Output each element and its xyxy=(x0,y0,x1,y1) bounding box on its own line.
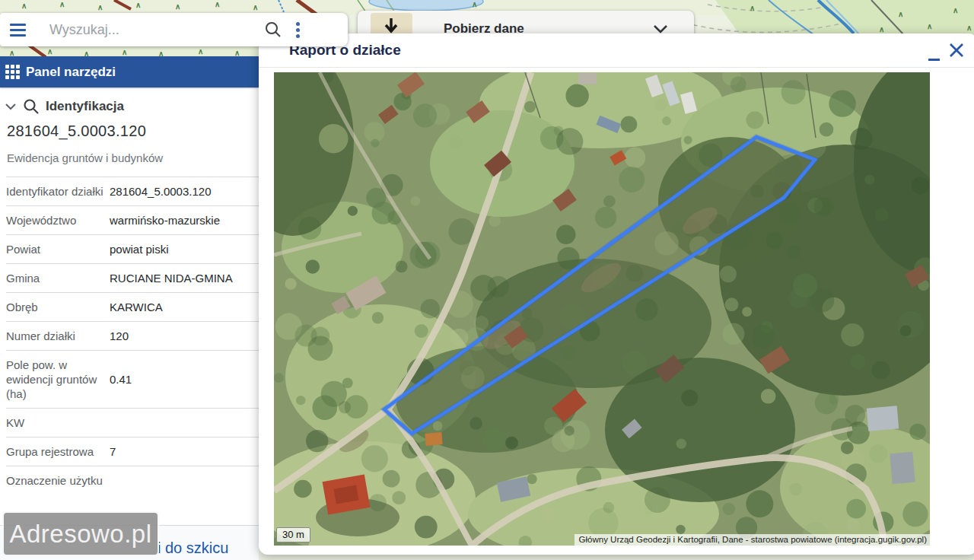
table-row: Oznaczenie użytku xyxy=(6,466,259,495)
table-row: Województwowarmińsko-mazurskie xyxy=(6,205,259,234)
search-icon[interactable] xyxy=(264,21,282,39)
svg-text:∧: ∧ xyxy=(953,6,958,14)
row-value: powiat piski xyxy=(110,242,169,256)
table-row: Numer działki120 xyxy=(6,321,259,350)
row-label: Numer działki xyxy=(6,329,103,343)
minimize-button[interactable] xyxy=(927,38,944,62)
row-label: Pole pow. w ewidencji gruntów (ha) xyxy=(6,358,103,401)
table-row: GminaRUCIANE NIDA-GMINA xyxy=(6,263,259,292)
search-bar[interactable] xyxy=(0,13,348,46)
table-row: Pole pow. w ewidencji gruntów (ha)0.41 xyxy=(6,350,259,408)
row-value: KARWICA xyxy=(110,300,163,314)
row-value: RUCIANE NIDA-GMINA xyxy=(110,271,233,285)
parcel-id-title: 281604_5.0003.120 xyxy=(7,123,146,140)
table-row: ObrębKARWICA xyxy=(6,292,259,321)
svg-text:∧: ∧ xyxy=(47,47,53,56)
row-label: Oznaczenie użytku xyxy=(6,473,103,488)
dialog-header: Raport o działce xyxy=(259,33,974,68)
row-label: Gmina xyxy=(6,271,103,285)
chevron-down-icon[interactable] xyxy=(5,103,17,110)
svg-text:∧: ∧ xyxy=(750,4,755,12)
svg-text:∧: ∧ xyxy=(135,1,141,9)
row-label: Powiat xyxy=(6,242,103,256)
tools-panel-title: Panel narzędzi xyxy=(26,65,116,80)
svg-text:∧: ∧ xyxy=(198,47,203,56)
adresowo-watermark: Adresowo.pl xyxy=(2,511,159,556)
svg-text:∧: ∧ xyxy=(21,2,27,10)
table-row: Grupa rejestrowa7 xyxy=(6,437,259,466)
map-scale-bar: 30 m xyxy=(276,527,310,542)
row-label: Obręb xyxy=(6,300,103,314)
chevron-down-icon[interactable] xyxy=(653,24,668,33)
identification-panel: Identyfikacja 281604_5.0003.120 Ewidencj… xyxy=(0,88,259,560)
section-header[interactable]: Identyfikacja xyxy=(0,95,259,118)
row-label: Identyfikator działki xyxy=(6,184,103,199)
row-value: 120 xyxy=(110,329,129,343)
table-row: KW xyxy=(6,408,259,437)
search-input[interactable] xyxy=(48,21,264,39)
parcel-attributes-table: Identyfikator działki281604_5.0003.120 W… xyxy=(0,177,259,495)
table-row: Powiatpowiat piski xyxy=(6,234,259,263)
row-value: warmińsko-mazurskie xyxy=(110,213,220,228)
tools-panel-header[interactable]: Panel narzędzi xyxy=(0,56,259,88)
svg-text:∧: ∧ xyxy=(59,0,65,8)
magnifier-icon xyxy=(23,98,40,115)
svg-text:∧: ∧ xyxy=(966,24,972,32)
svg-text:∧: ∧ xyxy=(879,25,884,33)
apps-grid-icon xyxy=(5,65,20,79)
aerial-map-view[interactable]: 30 m Główny Urząd Geodezji i Kartografii… xyxy=(274,72,930,546)
svg-text:∧: ∧ xyxy=(97,3,103,11)
svg-text:∧: ∧ xyxy=(122,48,127,56)
section-title: Identyfikacja xyxy=(46,99,124,114)
close-button[interactable] xyxy=(947,41,967,61)
row-value: 7 xyxy=(110,444,116,459)
svg-text:∧: ∧ xyxy=(472,0,477,8)
svg-text:∧: ∧ xyxy=(927,22,932,30)
svg-text:∧: ∧ xyxy=(215,0,220,8)
minimize-icon xyxy=(928,59,940,61)
svg-text:∧: ∧ xyxy=(898,10,903,18)
overflow-menu-icon[interactable] xyxy=(296,22,300,38)
svg-text:∧: ∧ xyxy=(175,2,180,11)
svg-text:∧: ∧ xyxy=(253,3,258,11)
table-row: Identyfikator działki281604_5.0003.120 xyxy=(6,177,259,205)
row-label: KW xyxy=(6,415,103,430)
add-to-sketch-link[interactable]: i do szkicu xyxy=(158,539,228,557)
menu-icon[interactable] xyxy=(10,24,26,37)
row-value: 281604_5.0003.120 xyxy=(110,184,211,199)
parcel-report-dialog: Raport o działce xyxy=(259,33,974,555)
register-name: Ewidencja gruntów i budynków xyxy=(7,151,163,164)
row-value: 0.41 xyxy=(110,372,132,387)
row-label: Województwo xyxy=(6,213,103,228)
map-attribution: Główny Urząd Geodezji i Kartografii, Dan… xyxy=(575,534,930,546)
watermark-text: Adresowo.pl xyxy=(9,520,151,549)
close-icon xyxy=(947,41,967,61)
row-label: Grupa rejestrowa xyxy=(6,444,103,459)
